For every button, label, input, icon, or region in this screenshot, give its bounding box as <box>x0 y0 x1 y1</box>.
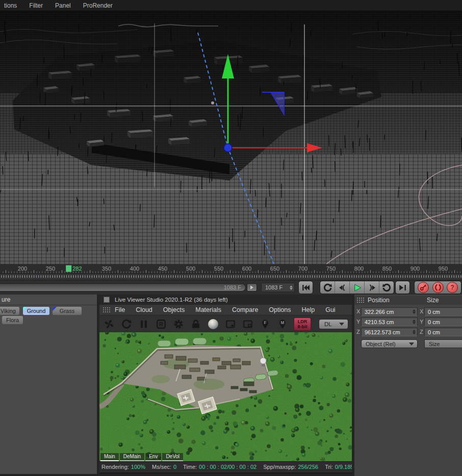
record-button-group: ? <box>414 281 461 294</box>
menu-item-filter[interactable]: Filter <box>29 2 43 9</box>
texture-tab-viking[interactable]: Viking <box>0 307 19 315</box>
position-x-field[interactable]: 322.266 cm <box>361 307 418 316</box>
material-sphere-icon <box>208 319 218 329</box>
question-button[interactable]: ? <box>447 282 458 293</box>
menu-item-prorender[interactable]: ProRender <box>83 2 113 9</box>
record-key-button[interactable] <box>418 282 429 293</box>
r-box-icon[interactable]: R <box>155 318 167 330</box>
viewport-3d[interactable] <box>0 11 462 264</box>
play-forward-button[interactable] <box>379 281 394 294</box>
fan-icon[interactable] <box>103 318 115 330</box>
size-button[interactable]: Size <box>424 339 462 348</box>
position-value: 96122.573 cm <box>365 329 400 335</box>
gear-icon[interactable] <box>172 318 184 330</box>
svg-text:250: 250 <box>46 266 55 272</box>
texture-tab-flora[interactable]: Flora <box>2 316 23 324</box>
menu-grip-icon[interactable] <box>102 307 111 313</box>
size-axis-label: Y <box>420 319 423 325</box>
pin-m-icon[interactable]: M <box>276 318 288 330</box>
axis-label: Z <box>356 329 360 335</box>
pin-f-icon[interactable]: F <box>259 318 271 330</box>
dl-value: DL <box>324 321 332 327</box>
preview-tab-main[interactable]: Main <box>100 453 119 461</box>
top-menubar: tionsFilterPanelProRender <box>0 0 462 11</box>
gizmo-origin[interactable] <box>224 144 232 152</box>
frame-spinner[interactable]: 1083 F <box>261 283 295 292</box>
ldr-8bit-badge[interactable]: LDR 8-bit <box>294 318 311 331</box>
menu-item-panel[interactable]: Panel <box>55 2 71 9</box>
svg-text:750: 750 <box>326 266 336 272</box>
layer-color-corner-icon <box>23 307 27 311</box>
refresh-icon[interactable] <box>120 318 132 330</box>
play-button[interactable] <box>350 281 365 294</box>
size-value: 0 cm <box>428 329 440 335</box>
menu-item-tions[interactable]: tions <box>4 2 17 9</box>
next-key-button[interactable] <box>365 281 379 294</box>
transport-bar: 1083 F 1083 F ? <box>0 280 462 295</box>
pause-icon[interactable] <box>138 318 149 330</box>
viewer-menu-objects[interactable]: Objects <box>163 306 185 313</box>
status-segment: Time:00 : 00 : 02/00 : 00 : 02 <box>183 464 256 470</box>
render-region-alt-icon[interactable] <box>242 318 253 330</box>
viewer-menu-help[interactable]: Help <box>301 306 315 313</box>
size-x-field[interactable]: 0 cm <box>424 307 462 316</box>
render-region-icon[interactable] <box>224 318 236 330</box>
chevron-down-icon <box>409 342 414 346</box>
status-segment: Tri:0/9.185m <box>325 464 352 470</box>
texture-tab-grass[interactable]: Grass <box>53 307 82 315</box>
position-row-z: Z96122.573 cmZ0 cm <box>354 328 462 337</box>
panel-grip-icon[interactable] <box>356 297 364 303</box>
status-segment: Ms/sec:0 <box>152 464 176 470</box>
svg-text:800: 800 <box>354 266 364 272</box>
position-value: 4210.53 cm <box>365 319 394 325</box>
range-ruler[interactable] <box>0 274 462 280</box>
prev-key-button[interactable] <box>335 281 350 294</box>
viewer-menubar: FileCloudObjectsMaterialsCompareOptionsH… <box>99 305 352 315</box>
position-z-field[interactable]: 96122.573 cm <box>361 328 418 336</box>
svg-text:650: 650 <box>270 266 279 272</box>
size-y-field[interactable]: 0 cm <box>424 318 462 326</box>
spinner-arrows-icon[interactable] <box>413 320 416 324</box>
viewer-menu-options[interactable]: Options <box>269 306 291 313</box>
preview-tab-demain[interactable]: DeMain <box>120 453 144 461</box>
dl-dropdown[interactable]: DL <box>319 319 348 329</box>
axis-label: Y <box>356 319 360 325</box>
frame-slider-play-icon[interactable] <box>247 283 257 292</box>
spinner-arrows-icon[interactable] <box>290 285 293 290</box>
viewer-menu-file[interactable]: File <box>115 306 125 313</box>
layer-color-corner-icon <box>53 307 57 311</box>
texture-tab-ground[interactable]: Ground <box>23 307 49 315</box>
viewer-menu-materials[interactable]: Materials <box>195 306 221 313</box>
viewer-titlebar[interactable]: Live Viewer Studio 2020.1-R2 (36 days le… <box>99 295 352 305</box>
frame-slider[interactable]: 1083 F <box>0 283 246 292</box>
size-z-field[interactable]: 0 cm <box>424 328 462 336</box>
svg-text:450: 450 <box>158 266 167 272</box>
status-segment: Spp/maxspp:256/256 <box>263 464 318 470</box>
lock-icon[interactable] <box>190 318 201 330</box>
svg-text:950: 950 <box>439 266 448 272</box>
material-sphere-icon[interactable] <box>207 318 219 330</box>
preview-tab-devol[interactable]: DeVol <box>162 453 183 461</box>
coord-mode-dropdown[interactable]: Object (Rel) <box>361 339 418 348</box>
preview-tab-env[interactable]: Env <box>145 453 161 461</box>
spinner-arrows-icon[interactable] <box>413 309 416 314</box>
chevron-down-icon <box>339 323 344 326</box>
viewer-menu-gui[interactable]: Gui <box>325 306 335 313</box>
playback-button-group <box>320 281 394 294</box>
autokey-button[interactable] <box>432 282 444 293</box>
play-backward-button[interactable] <box>320 281 335 294</box>
coord-mode-value: Object (Rel) <box>366 341 396 347</box>
size-value: 0 cm <box>428 309 440 315</box>
jump-end-button[interactable] <box>395 281 410 294</box>
render-preview[interactable]: MainDeMainEnvDeVol <box>99 332 352 461</box>
timeline-ruler[interactable]: 2002503504004505005506006507007508008509… <box>0 264 462 274</box>
viewport-canvas <box>0 11 462 264</box>
render-statusbar: Rendering:100%Ms/sec:0Time:00 : 00 : 02/… <box>99 461 352 471</box>
spinner-arrows-icon[interactable] <box>413 330 416 334</box>
position-y-field[interactable]: 4210.53 cm <box>361 318 418 326</box>
viewer-title: Live Viewer Studio 2020.1-R2 (36 days le… <box>115 297 228 303</box>
viewer-menu-cloud[interactable]: Cloud <box>136 306 152 313</box>
jump-start-button[interactable] <box>298 281 313 294</box>
viewer-menu-compare[interactable]: Compare <box>232 306 258 313</box>
viewer-toolbar: RFM LDR 8-bit DL <box>99 315 352 332</box>
